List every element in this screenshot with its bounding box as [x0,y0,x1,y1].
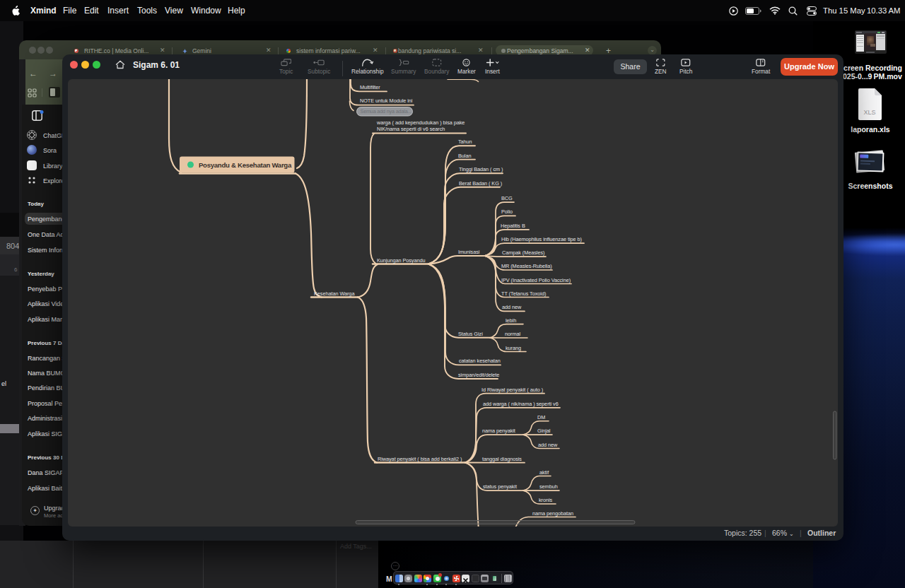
svg-text:Kunjungan Posyandu: Kunjungan Posyandu [377,257,425,264]
svg-text:Kesehatan Warga: Kesehatan Warga [314,290,355,297]
svg-text:MR (Measles-Rubella): MR (Measles-Rubella) [501,263,552,269]
svg-text:normal: normal [505,331,520,337]
svg-text:add new: add new [502,304,522,310]
svg-text:DM: DM [537,414,545,421]
svg-text:Riwayat penyakit ( bisa add be: Riwayat penyakit ( bisa add berkali2 ) [378,456,462,462]
svg-text:Semua add nya adala...: Semua add nya adala... [361,108,412,114]
svg-text:IPV (Inactivated Polio Vaccine: IPV (Inactivated Polio Vaccine) [501,277,571,283]
svg-text:nama pengobatan: nama pengobatan [532,510,573,517]
svg-text:catatan kesehatan: catatan kesehatan [459,358,501,364]
svg-text:aktif: aktif [539,469,549,476]
svg-text:tanggal diagnosis: tanggal diagnosis [482,456,522,462]
svg-text:XLS: XLS [863,109,875,116]
svg-text:NIK/nama seperti di v6 search: NIK/nama seperti di v6 search [377,126,445,132]
svg-text:Posyandu & Kesehatan Warga: Posyandu & Kesehatan Warga [199,161,292,169]
svg-text:Hepatitis B: Hepatitis B [501,223,525,229]
svg-text:Campak (Measles): Campak (Measles) [502,249,544,256]
svg-text:add warga ( nik/nama ) seperti: add warga ( nik/nama ) seperti v6 [483,401,559,407]
svg-text:Ginjal: Ginjal [537,428,551,434]
svg-text:Id Riwayat penyakit ( auto ): Id Riwayat penyakit ( auto ) [481,387,543,393]
svg-text:status penyakit: status penyakit [483,483,517,490]
svg-text:BCG: BCG [501,195,513,201]
svg-text:Tinggi Badan ( cm ): Tinggi Badan ( cm ) [459,166,503,172]
svg-text:Bulan: Bulan [458,153,471,159]
svg-text:Hib (Haemophilus influenzae ti: Hib (Haemophilus influenzae tipe b) [501,236,582,242]
svg-text:NOTE untuk Module ini: NOTE untuk Module ini [360,98,413,104]
svg-text:lebih: lebih [506,317,516,324]
svg-text:nama penyakit: nama penyakit [482,428,515,434]
svg-text:add new: add new [538,442,558,448]
svg-text:TT (Tetanus Toxoid): TT (Tetanus Toxoid) [501,290,546,297]
svg-text:kurang: kurang [506,345,521,351]
svg-text:Polio: Polio [501,208,513,215]
svg-text:Berat Badan ( KG ): Berat Badan ( KG ) [459,180,502,187]
svg-text:kronis: kronis [539,497,553,503]
svg-text:Tahun: Tahun [458,139,472,145]
svg-text:Multifilter: Multifilter [360,84,380,90]
svg-text:Imunisasi: Imunisasi [458,249,480,255]
svg-text:sembuh: sembuh [539,483,558,490]
svg-text:simpan/edit/delete: simpan/edit/delete [458,372,499,378]
svg-text:Status Gizi: Status Gizi [458,331,483,337]
